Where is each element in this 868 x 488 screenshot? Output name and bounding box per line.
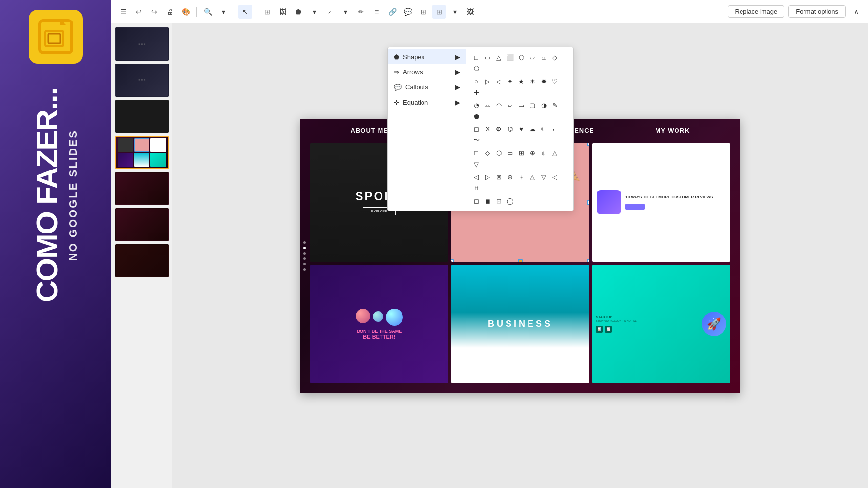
- paint-format-btn[interactable]: 🎨: [179, 5, 192, 19]
- shape-gear[interactable]: ⚙: [494, 124, 504, 134]
- print-btn[interactable]: 🖨: [163, 5, 177, 19]
- shapes-menu-arrows[interactable]: ⇒ Arrows ▶: [388, 64, 466, 80]
- shape-star8[interactable]: ✸: [539, 76, 549, 86]
- shape-rect2[interactable]: ▭: [483, 52, 492, 62]
- shape-r7[interactable]: ⍦: [539, 148, 549, 158]
- shape-r4[interactable]: ▭: [505, 148, 515, 158]
- menu-btn[interactable]: ☰: [116, 5, 130, 19]
- redo-btn[interactable]: ↪: [148, 5, 161, 19]
- shapes-menu-callouts[interactable]: 💬 Callouts ▶: [388, 80, 466, 95]
- zoom-btn[interactable]: 🔍: [201, 5, 214, 19]
- shape-s6[interactable]: △: [528, 172, 537, 182]
- shape-half-round[interactable]: ◑: [539, 100, 549, 110]
- lines-btn[interactable]: ⟋: [323, 5, 337, 19]
- link-btn[interactable]: 🔗: [385, 5, 399, 19]
- shapes-menu-shapes[interactable]: ⬟ Shapes ▶: [388, 49, 466, 64]
- shape-r5[interactable]: ⊞: [516, 148, 526, 158]
- shape-square2[interactable]: ◻: [471, 124, 481, 134]
- shape-r9[interactable]: ▽: [471, 159, 481, 169]
- shape-decagon[interactable]: ⬟: [471, 111, 481, 121]
- handle-br[interactable]: [587, 259, 589, 262]
- list-btn[interactable]: ≡: [370, 5, 383, 19]
- shapes-menu-equation[interactable]: ✛ Equation ▶: [388, 95, 466, 110]
- shape-rect[interactable]: □: [471, 52, 481, 62]
- shape-moon[interactable]: ☾: [539, 124, 549, 134]
- shape-octagon[interactable]: ⬡: [516, 52, 526, 62]
- replace-image-btn[interactable]: Replace image: [728, 5, 785, 18]
- shape-heart2[interactable]: ♥: [516, 124, 526, 134]
- pen-btn[interactable]: ✏: [354, 5, 368, 19]
- shape-triangle[interactable]: △: [494, 52, 504, 62]
- shape-btn[interactable]: ⬟: [292, 5, 305, 19]
- shape-x[interactable]: ✕: [483, 124, 492, 134]
- shape-arc[interactable]: ⌓: [483, 100, 492, 110]
- shape-t1[interactable]: ◻: [471, 196, 481, 206]
- slide-thumb-6[interactable]: [115, 208, 169, 241]
- shape-dropdown[interactable]: ▾: [307, 5, 321, 19]
- handle-tr[interactable]: [587, 143, 589, 146]
- collapse-btn[interactable]: ∧: [849, 5, 863, 19]
- shape-s2[interactable]: ▷: [483, 172, 492, 182]
- slide-thumb-4[interactable]: [115, 136, 169, 169]
- shape-r1[interactable]: □: [471, 148, 481, 158]
- shape-s3[interactable]: ⊠: [494, 172, 504, 182]
- shape-s8[interactable]: ◁: [550, 172, 560, 182]
- shape-cross[interactable]: ✚: [471, 87, 481, 97]
- shape-pencil[interactable]: ✎: [550, 100, 560, 110]
- slide-thumb-1[interactable]: ≡ ≡ ≡: [115, 27, 169, 61]
- shape-snip1[interactable]: ▱: [505, 100, 515, 110]
- shape-s7[interactable]: ▽: [539, 172, 549, 182]
- slide-num-btn[interactable]: ⊞: [417, 5, 430, 19]
- shape-trapezoid[interactable]: ⏢: [539, 52, 549, 62]
- shape-s5[interactable]: ⍭: [516, 172, 526, 182]
- shape-s9[interactable]: ⌗: [471, 183, 481, 193]
- shape-star4[interactable]: ✦: [505, 76, 515, 86]
- slide-thumb-2[interactable]: ≡ ≡ ≡: [115, 64, 169, 97]
- shape-r6[interactable]: ⊕: [528, 148, 537, 158]
- shape-heart[interactable]: ♡: [550, 76, 560, 86]
- shape-star5[interactable]: ★: [516, 76, 526, 86]
- more-btn[interactable]: ⊞: [432, 5, 446, 19]
- shape-pentagon[interactable]: ⬠: [471, 64, 481, 73]
- dot-2: [303, 247, 306, 249]
- shape-snip2[interactable]: ▭: [516, 100, 526, 110]
- bg-btn[interactable]: 🖼: [464, 5, 477, 19]
- undo-btn[interactable]: ↩: [132, 5, 146, 19]
- shape-chord[interactable]: ◠: [494, 100, 504, 110]
- shape-star6[interactable]: ✶: [528, 76, 537, 86]
- shape-t4[interactable]: ◯: [505, 196, 515, 206]
- shape-wave[interactable]: 〜: [471, 135, 481, 145]
- shape-parallelogram[interactable]: ▱: [528, 52, 537, 62]
- shape-r2[interactable]: ◇: [483, 148, 492, 158]
- shape-s4[interactable]: ⊕: [505, 172, 515, 182]
- slide-thumb-3[interactable]: [115, 100, 169, 133]
- format-options-btn[interactable]: Format options: [788, 5, 846, 18]
- shape-r3[interactable]: ⬡: [494, 148, 504, 158]
- shape-circle[interactable]: ○: [471, 76, 481, 86]
- shape-t3[interactable]: ⊡: [494, 196, 504, 206]
- cursor-btn[interactable]: ↖: [238, 5, 252, 19]
- shape-rtri[interactable]: ◁: [494, 76, 504, 86]
- shape-diamond[interactable]: ◇: [550, 52, 560, 62]
- handle-bl[interactable]: [451, 259, 454, 262]
- lines-dropdown[interactable]: ▾: [339, 5, 352, 19]
- shape-cylinder[interactable]: ⌬: [505, 124, 515, 134]
- handle-mr[interactable]: [587, 200, 589, 205]
- zoom-dropdown[interactable]: ▾: [216, 5, 230, 19]
- shape-s1[interactable]: ◁: [471, 172, 481, 182]
- slide-thumb-5[interactable]: [115, 172, 169, 205]
- image-btn[interactable]: 🖼: [276, 5, 290, 19]
- comment-btn[interactable]: 💬: [401, 5, 415, 19]
- shape-tri2[interactable]: ▷: [483, 76, 492, 86]
- shape-frame[interactable]: ▢: [528, 100, 537, 110]
- slide-thumb-7[interactable]: [115, 244, 169, 277]
- more-dropdown[interactable]: ▾: [448, 5, 462, 19]
- shape-t2[interactable]: ◼: [483, 196, 492, 206]
- shape-r8[interactable]: △: [550, 148, 560, 158]
- shape-rect-round[interactable]: ⬜: [505, 52, 515, 62]
- handle-bc[interactable]: [518, 259, 523, 262]
- shape-cloud[interactable]: ☁: [528, 124, 537, 134]
- shape-clock[interactable]: ◔: [471, 100, 481, 110]
- shape-bracket[interactable]: ⌐: [550, 124, 560, 134]
- table-btn[interactable]: ⊞: [260, 5, 274, 19]
